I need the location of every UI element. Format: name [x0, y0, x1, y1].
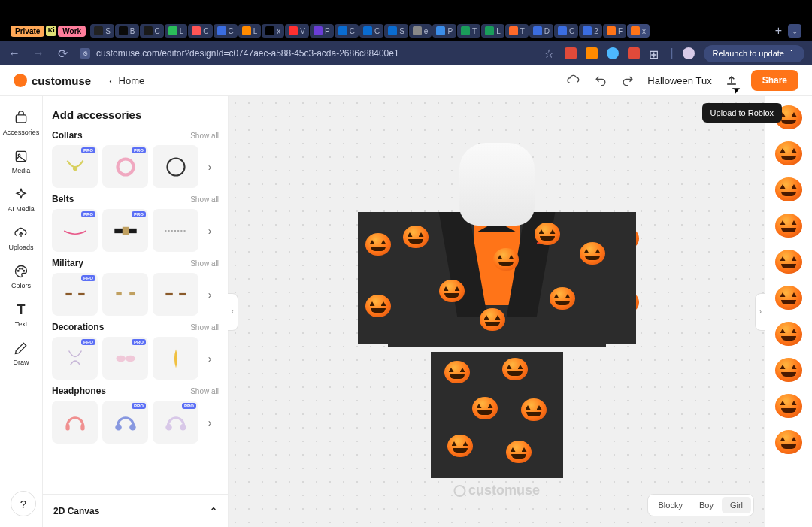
show-all-link[interactable]: Show all: [190, 259, 219, 268]
accessory-thumb[interactable]: [153, 337, 198, 380]
collapse-panel-left-button[interactable]: ‹: [228, 293, 238, 331]
more-button[interactable]: ›: [203, 224, 217, 238]
browser-tab[interactable]: B: [115, 24, 139, 38]
show-all-link[interactable]: Show all: [190, 132, 219, 140]
accessory-thumb[interactable]: [153, 209, 198, 252]
extension-icon-1[interactable]: [565, 47, 577, 59]
browser-tab[interactable]: C: [140, 24, 164, 38]
accessory-thumb[interactable]: PRO: [52, 145, 98, 188]
browser-tab[interactable]: S: [90, 24, 114, 38]
browser-tab[interactable]: L: [481, 24, 504, 38]
texture-pumpkin-icon[interactable]: [775, 177, 802, 201]
browser-tab[interactable]: F: [603, 24, 626, 38]
badge-private[interactable]: Private: [11, 26, 44, 37]
tool-uploads[interactable]: Uploads: [5, 220, 36, 256]
relaunch-button[interactable]: Relaunch to update ⋮: [704, 45, 804, 62]
body-type-option[interactable]: Girl: [722, 497, 751, 513]
browser-tab[interactable]: L: [165, 24, 188, 38]
browser-tab[interactable]: C: [188, 24, 212, 38]
accessory-thumb[interactable]: [102, 273, 148, 316]
browser-tab[interactable]: C: [335, 24, 359, 38]
texture-pumpkin-icon[interactable]: [775, 430, 802, 454]
browser-tab[interactable]: D: [529, 24, 553, 38]
2d-canvas-toggle[interactable]: 2D Canvas ⌃: [43, 494, 228, 527]
browser-tab[interactable]: C: [359, 24, 383, 38]
show-all-link[interactable]: Show all: [190, 195, 219, 204]
browser-tab[interactable]: C: [554, 24, 578, 38]
extension-icon-2[interactable]: [586, 47, 598, 59]
roblox-avatar[interactable]: [369, 143, 625, 504]
site-settings-icon[interactable]: ⚙: [80, 48, 90, 59]
accessory-thumb[interactable]: [153, 273, 198, 316]
redo-icon[interactable]: [620, 73, 635, 88]
3d-canvas[interactable]: ‹ › customuse: [229, 96, 765, 527]
accessory-thumb[interactable]: PRO: [153, 401, 198, 444]
tab-overflow-button[interactable]: ⌄: [788, 24, 801, 38]
badge-work[interactable]: Work: [58, 26, 86, 37]
tool-media[interactable]: Media: [9, 144, 34, 179]
reload-button[interactable]: ⟳: [56, 47, 69, 61]
browser-tab[interactable]: S: [384, 24, 408, 38]
texture-pumpkin-icon[interactable]: [775, 214, 802, 238]
tool-accessories[interactable]: Accessories: [0, 105, 42, 141]
forward-button[interactable]: →: [32, 47, 45, 60]
brand-logo[interactable]: customuse: [14, 74, 91, 87]
help-button[interactable]: ?: [11, 491, 36, 516]
browser-tab[interactable]: L: [238, 24, 262, 38]
collapse-panel-right-button[interactable]: ›: [755, 293, 765, 331]
share-button[interactable]: Share: [751, 70, 798, 91]
texture-pumpkin-icon[interactable]: [775, 322, 802, 346]
texture-pumpkin-icon[interactable]: [775, 141, 802, 165]
body-type-option[interactable]: Boy: [691, 497, 722, 513]
accessory-thumb[interactable]: PRO: [102, 145, 148, 188]
texture-pumpkin-icon[interactable]: [775, 250, 802, 274]
browser-tab[interactable]: P: [310, 24, 334, 38]
extension-icon-3[interactable]: [607, 47, 619, 59]
texture-pumpkin-icon[interactable]: [775, 286, 802, 310]
accessory-thumb[interactable]: PRO: [52, 337, 98, 380]
accessory-thumb[interactable]: PRO: [52, 273, 98, 316]
menu-dots-icon[interactable]: ⋮: [787, 49, 795, 59]
accessory-thumb[interactable]: [153, 145, 198, 188]
more-button[interactable]: ›: [203, 416, 217, 429]
bookmark-star-icon[interactable]: ☆: [544, 47, 554, 61]
more-button[interactable]: ›: [203, 160, 217, 174]
accessory-thumb[interactable]: PRO: [52, 209, 98, 252]
texture-pumpkin-icon[interactable]: [775, 358, 802, 382]
accessory-thumb[interactable]: PRO: [102, 337, 148, 380]
browser-tab[interactable]: 2: [579, 24, 602, 38]
accessory-thumb[interactable]: PRO: [102, 401, 148, 444]
extensions-puzzle-icon[interactable]: ⊞: [649, 47, 661, 59]
show-all-link[interactable]: Show all: [190, 387, 219, 395]
browser-tab[interactable]: C: [214, 24, 238, 38]
browser-tab[interactable]: x: [627, 24, 650, 38]
new-tab-button[interactable]: +: [771, 24, 786, 38]
tool-colors[interactable]: Colors: [8, 259, 34, 294]
body-type-option[interactable]: Blocky: [650, 497, 691, 513]
body-type-toggle[interactable]: BlockyBoyGirl: [647, 494, 754, 516]
browser-tab[interactable]: T: [505, 24, 529, 38]
browser-tab[interactable]: V: [285, 24, 309, 38]
tool-draw[interactable]: Draw: [10, 335, 32, 371]
tool-text[interactable]: TText: [10, 297, 32, 332]
profile-avatar[interactable]: [683, 47, 695, 59]
texture-sidebar[interactable]: [765, 96, 812, 527]
more-button[interactable]: ›: [203, 352, 217, 365]
cloud-sync-icon[interactable]: [566, 73, 581, 88]
accessory-thumb[interactable]: PRO: [102, 209, 148, 252]
browser-tab[interactable]: e: [409, 24, 432, 38]
show-all-link[interactable]: Show all: [190, 323, 219, 332]
accessory-thumb[interactable]: [52, 401, 98, 444]
tool-aimedia[interactable]: AI Media: [5, 182, 38, 217]
address-bar[interactable]: ⚙ customuse.com/editor?designId=c0747aec…: [80, 48, 533, 59]
browser-tab[interactable]: P: [432, 24, 456, 38]
more-button[interactable]: ›: [203, 288, 217, 301]
browser-tab[interactable]: x: [262, 24, 284, 38]
upload-to-roblox-button[interactable]: ➤: [724, 73, 739, 88]
design-name[interactable]: Halloween Tux: [647, 75, 711, 86]
back-button[interactable]: ←: [8, 47, 21, 60]
browser-tab[interactable]: T: [457, 24, 480, 38]
undo-icon[interactable]: [593, 73, 608, 88]
texture-pumpkin-icon[interactable]: [775, 394, 802, 418]
home-link[interactable]: ‹ Home: [109, 75, 144, 86]
